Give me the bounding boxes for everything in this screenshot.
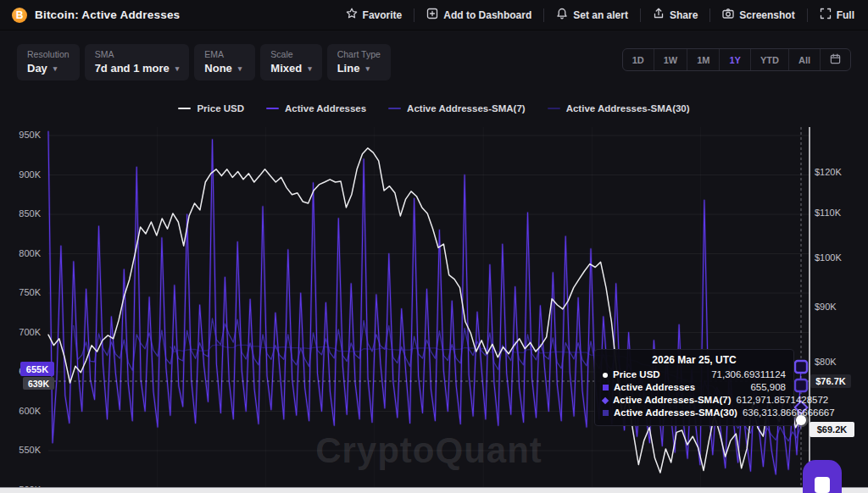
toolbar-control-label: Resolution <box>27 49 70 59</box>
star-icon <box>346 8 358 22</box>
chevron-down-icon: ▾ <box>53 64 58 73</box>
bell-icon <box>556 8 568 22</box>
app-window: B Bitcoin: Active Addresses FavoriteAdd … <box>0 0 868 493</box>
toolbar-control-resolution[interactable]: ResolutionDay▾ <box>17 44 80 80</box>
toolbar-control-sma[interactable]: SMA7d and 1 more▾ <box>85 44 190 80</box>
legend-color-dash <box>178 108 191 109</box>
legend-item-active-addresses-sma-30[interactable]: Active Addresses-SMA(30) <box>548 103 690 114</box>
chart-plot-area[interactable]: CryptoQuant 950K900K850K800K750K700K650K… <box>0 127 868 487</box>
header-action-add-to-dashboard[interactable]: Add to Dashboard <box>425 4 533 25</box>
legend-item-price-usd[interactable]: Price USD <box>178 103 244 114</box>
toolbar-control-value: Line▾ <box>337 62 381 75</box>
crosshair-right-axis-badge: $76.7K <box>810 374 851 388</box>
fullscreen-icon <box>820 8 832 22</box>
separator <box>543 8 544 22</box>
toolbar-control-ema[interactable]: EMANone▾ <box>194 44 255 80</box>
right-axis-tick: $80K <box>815 357 837 367</box>
header-action-full[interactable]: Full <box>818 4 856 25</box>
chart-canvas[interactable] <box>0 127 868 487</box>
legend-item-active-addresses-sma-7[interactable]: Active Addresses-SMA(7) <box>388 103 526 114</box>
tooltip-series-name: Active Addresses-SMA(30) <box>614 407 737 419</box>
right-axis-tick: $90K <box>815 302 837 312</box>
time-range-selector: 1D1W1M1YYTDAll <box>622 48 851 71</box>
left-axis-tick: 550K <box>10 445 41 455</box>
tooltip-series-name: Active Addresses <box>614 381 695 394</box>
header-action-share[interactable]: Share <box>651 4 699 25</box>
tooltip-row-active-addresses-sma-7: Active Addresses-SMA(7)612,971.857142857… <box>603 394 786 407</box>
page-title: Bitcoin: Active Addresses <box>35 8 180 21</box>
header-action-favorite[interactable]: Favorite <box>344 4 404 25</box>
square-marker-icon <box>603 410 609 416</box>
tooltip-rows: Price USD71,306.69311124Active Addresses… <box>603 368 786 419</box>
tooltip-series-value: 655,908 <box>750 381 786 394</box>
legend-item-active-addresses[interactable]: Active Addresses <box>266 103 366 114</box>
toolbar-control-selected: Mixed <box>270 62 302 75</box>
header-action-label: Favorite <box>363 9 403 21</box>
header-actions: FavoriteAdd to DashboardSet an alertShar… <box>344 4 856 25</box>
toolbar-control-label: Chart Type <box>337 49 381 59</box>
left-axis-tick: 850K <box>10 208 41 219</box>
time-range-1w[interactable]: 1W <box>654 49 687 70</box>
left-axis-tick: 700K <box>10 327 41 337</box>
legend-label: Active Addresses-SMA(7) <box>407 103 526 114</box>
legend-label: Price USD <box>197 103 244 114</box>
price-axis-badge: $69.2K <box>810 422 854 437</box>
header-action-set-an-alert[interactable]: Set an alert <box>554 4 630 25</box>
header-action-label: Full <box>837 9 854 21</box>
share-icon <box>653 8 665 22</box>
right-axis-tick: $100K <box>815 252 842 263</box>
toolbar-control-value: Day▾ <box>27 62 70 75</box>
time-range-1d[interactable]: 1D <box>623 49 654 70</box>
header-action-label: Screenshot <box>739 9 794 21</box>
toolbar-control-label: SMA <box>95 49 180 59</box>
camera-icon <box>722 8 734 22</box>
separator <box>414 8 415 22</box>
left-axis-tick: 900K <box>10 169 41 180</box>
tooltip-series-name: Active Addresses-SMA(7) <box>613 394 732 407</box>
right-axis-tick: $120K <box>815 167 842 177</box>
tooltip-series-value: 612,971.8571428572 <box>737 394 829 407</box>
left-axis-tick: 600K <box>10 406 41 416</box>
separator <box>807 8 808 22</box>
legend-color-dash <box>266 108 279 109</box>
toolbar-control-label: EMA <box>204 49 245 59</box>
square-marker-icon <box>603 385 609 391</box>
header-action-screenshot[interactable]: Screenshot <box>721 4 796 25</box>
time-range-1m[interactable]: 1M <box>687 49 719 70</box>
toolbar-control-value: 7d and 1 more▾ <box>95 62 180 75</box>
legend-color-dash <box>388 108 401 109</box>
tooltip-row-active-addresses-sma-30: Active Addresses-SMA(30)636,313.86666666… <box>603 407 786 419</box>
time-range-all[interactable]: All <box>788 49 820 70</box>
header-action-label: Add to Dashboard <box>443 9 531 21</box>
sma30-marker <box>795 379 807 391</box>
calendar-icon <box>830 53 841 66</box>
left-axis-tick: 800K <box>10 248 41 258</box>
left-axis-tick: 750K <box>10 287 41 297</box>
toolbar-control-scale[interactable]: ScaleMixed▾ <box>260 44 321 80</box>
toolbar-control-label: Scale <box>270 49 311 59</box>
time-range-ytd[interactable]: YTD <box>750 49 788 70</box>
crosshair-left-axis-badge: 639K <box>23 377 54 390</box>
dashboard-add-icon <box>426 8 438 22</box>
active-addresses-marker <box>795 361 807 373</box>
chart-bottom-border <box>0 487 868 493</box>
chevron-down-icon: ▾ <box>238 64 242 73</box>
bitcoin-icon: B <box>12 8 27 23</box>
cryptoquant-logo <box>803 460 842 493</box>
toolbar-control-selected: 7d and 1 more <box>95 62 170 75</box>
toolbar-control-value: None▾ <box>204 62 245 75</box>
cryptoquant-logo-hole <box>815 477 830 493</box>
dot-marker-icon <box>603 373 608 378</box>
legend-color-dash <box>548 108 560 109</box>
tooltip-series-value: 636,313.8666666667 <box>743 407 835 419</box>
time-range-calendar-button[interactable] <box>820 49 850 70</box>
diamond-marker-icon <box>602 396 609 403</box>
toolbar-control-chart-type[interactable]: Chart TypeLine▾ <box>327 44 391 80</box>
tooltip-row-price-usd: Price USD71,306.69311124 <box>603 368 786 381</box>
separator <box>640 8 641 22</box>
chart-legend: Price USDActive AddressesActive Addresse… <box>0 103 868 114</box>
chart-toolbar: ResolutionDay▾SMA7d and 1 more▾EMANone▾S… <box>17 44 391 80</box>
tooltip-row-active-addresses: Active Addresses655,908 <box>603 381 786 394</box>
header-action-label: Share <box>670 9 698 21</box>
time-range-1y[interactable]: 1Y <box>719 49 749 70</box>
